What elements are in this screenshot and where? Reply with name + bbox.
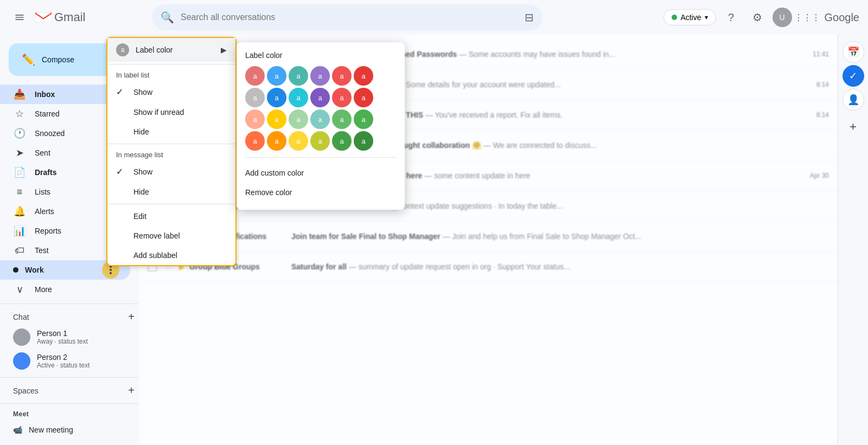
sidebar-item-label: Sent xyxy=(35,149,107,157)
show-label: Show xyxy=(133,167,152,176)
color-swatch-tangerine[interactable]: a xyxy=(267,131,286,151)
compose-icon: ✏️ xyxy=(22,53,35,66)
contacts-icon[interactable]: 👤 xyxy=(843,89,864,111)
submenu-arrow-icon: ▶ xyxy=(221,46,227,54)
color-swatch-yellow-light[interactable]: a xyxy=(267,109,286,129)
chat-person-1[interactable]: Person 1 Away · status text xyxy=(0,325,139,349)
reports-icon: 📊 xyxy=(13,225,26,237)
help-button[interactable]: ? xyxy=(720,7,742,28)
edit-label-button[interactable]: Edit xyxy=(107,207,235,226)
add-custom-color-button[interactable]: Add custom color xyxy=(245,164,396,182)
color-swatch-sage-light[interactable]: a xyxy=(332,66,352,86)
search-options-icon[interactable]: ⊟ xyxy=(525,11,534,24)
chat-title: Chat xyxy=(13,313,29,321)
svg-text:Gmail: Gmail xyxy=(54,10,85,24)
color-swatch-cyan-light[interactable]: a xyxy=(332,109,352,129)
check-icon: ✓ xyxy=(116,166,127,177)
hide-label: Hide xyxy=(133,188,149,196)
color-swatch-orange-light[interactable]: a xyxy=(245,109,265,129)
show-in-label-list-option[interactable]: ✓ Show xyxy=(107,81,235,102)
spaces-add-button[interactable]: + xyxy=(128,384,135,397)
color-swatch-basil-light[interactable]: a xyxy=(354,66,373,86)
chat-avatar-1 xyxy=(13,328,30,346)
show-if-unread-label: Show if unread xyxy=(133,108,184,117)
active-label: Active xyxy=(680,13,701,22)
remove-label: Remove label xyxy=(133,231,180,240)
hide-in-label-list-option[interactable]: Hide xyxy=(107,122,235,141)
color-swatch-banana-light[interactable]: a xyxy=(310,66,330,86)
color-swatch-graphite-light[interactable]: a xyxy=(332,88,352,107)
search-input[interactable] xyxy=(181,12,518,22)
topbar-right: Active ▾ ? ⚙ U ⋮⋮⋮ Google xyxy=(663,7,859,28)
in-label-list-header: In label list xyxy=(107,67,235,81)
color-swatch-peacock-light[interactable]: a xyxy=(245,88,265,107)
color-swatch-red-light[interactable]: a xyxy=(354,88,373,107)
table-row[interactable]: ☆ ▶ Danielle Notifications Join team for… xyxy=(139,221,838,251)
drafts-icon: 📄 xyxy=(13,166,26,178)
show-in-message-list-option[interactable]: ✓ Show xyxy=(107,161,235,182)
chat-avatar-2 xyxy=(13,352,30,370)
chat-person-2[interactable]: Person 2 Active · status text xyxy=(0,349,139,373)
snoozed-icon: 🕐 xyxy=(13,127,26,139)
search-bar[interactable]: 🔍 ⊟ xyxy=(152,4,542,30)
label-color-popup-title: Label color xyxy=(245,51,396,60)
label-color-menu-item[interactable]: a Label color ▶ xyxy=(107,38,235,62)
chat-add-button[interactable]: + xyxy=(128,311,135,323)
email-time: Apr 30 xyxy=(802,172,829,179)
color-swatch-sage[interactable]: a xyxy=(310,131,330,151)
add-sublabel-button[interactable]: Add sublabel xyxy=(107,246,235,265)
label-color-popup: Label color a a a a a a a a a a a a a a … xyxy=(237,42,405,210)
inbox-icon: 📥 xyxy=(13,88,26,100)
sent-icon: ➤ xyxy=(13,147,26,159)
color-swatch-flamingo[interactable]: a xyxy=(267,66,286,86)
color-swatch-tomato[interactable]: a xyxy=(245,131,265,151)
tasks-icon[interactable]: ✓ xyxy=(843,65,864,87)
chat-section: Chat + Person 1 Away · status text Perso… xyxy=(0,304,139,373)
three-dots-icon xyxy=(110,266,112,274)
chevron-down-icon: ▾ xyxy=(705,14,708,21)
color-swatch-tangerine-light[interactable]: a xyxy=(289,66,308,86)
more-icon: ∨ xyxy=(13,283,26,295)
spaces-section: Spaces + xyxy=(0,377,139,399)
show-label: Show xyxy=(133,88,152,96)
menu-icon[interactable] xyxy=(9,7,30,28)
test-icon: 🏷 xyxy=(13,245,26,256)
color-swatch-tomato-light[interactable]: a xyxy=(245,66,265,86)
right-panel: 📅 ✓ 👤 + xyxy=(838,35,868,445)
color-swatch-lavender-light[interactable]: a xyxy=(289,88,308,107)
lists-icon: ≡ xyxy=(13,186,26,198)
chat-status-2: Active · status text xyxy=(37,362,90,369)
google-logo: Google xyxy=(825,11,860,24)
meet-new-meeting[interactable]: 📹 New meeting xyxy=(0,420,139,440)
remove-color-button[interactable]: Remove color xyxy=(245,184,396,201)
new-meeting-label: New meeting xyxy=(29,425,73,434)
color-swatch-peacock[interactable]: a xyxy=(354,131,373,151)
apps-icon[interactable]: ⋮⋮⋮ xyxy=(796,7,818,28)
color-swatch-blueberry-light[interactable]: a xyxy=(267,88,286,107)
sidebar-item-more[interactable]: ∨ More xyxy=(0,280,130,299)
chat-header: Chat + xyxy=(0,308,139,325)
topbar: Gmail 🔍 ⊟ Active ▾ ? ⚙ U ⋮⋮⋮ Google xyxy=(0,0,868,35)
color-swatch-grape-light[interactable]: a xyxy=(310,88,330,107)
color-swatch-lime-light[interactable]: a xyxy=(354,109,373,129)
calendar-icon[interactable]: 📅 xyxy=(843,41,864,63)
label-color-label: Label color xyxy=(136,46,173,54)
active-status-button[interactable]: Active ▾ xyxy=(663,9,716,25)
show-if-unread-option[interactable]: Show if unread xyxy=(107,102,235,122)
add-panel-button[interactable]: + xyxy=(844,117,863,137)
color-swatch-basil[interactable]: a xyxy=(332,131,352,151)
new-meeting-icon: 📹 xyxy=(13,425,22,434)
color-swatch-banana[interactable]: a xyxy=(289,131,308,151)
remove-label-button[interactable]: Remove label xyxy=(107,226,235,246)
meet-section: Meet 📹 New meeting xyxy=(0,403,139,444)
avatar[interactable]: U xyxy=(773,8,792,27)
color-swatch-teal-light[interactable]: a xyxy=(310,109,330,129)
label-dot xyxy=(13,267,18,273)
color-row-1: a a a a a a xyxy=(245,66,396,86)
table-row[interactable]: ☆ ▶ Group Blue Groups Saturday for all —… xyxy=(139,251,838,282)
settings-button[interactable]: ⚙ xyxy=(746,7,768,28)
hide-in-message-list-option[interactable]: Hide xyxy=(107,182,235,202)
color-row-2: a a a a a a xyxy=(245,88,396,107)
color-swatch-green-light[interactable]: a xyxy=(289,109,308,129)
divider xyxy=(107,144,235,144)
